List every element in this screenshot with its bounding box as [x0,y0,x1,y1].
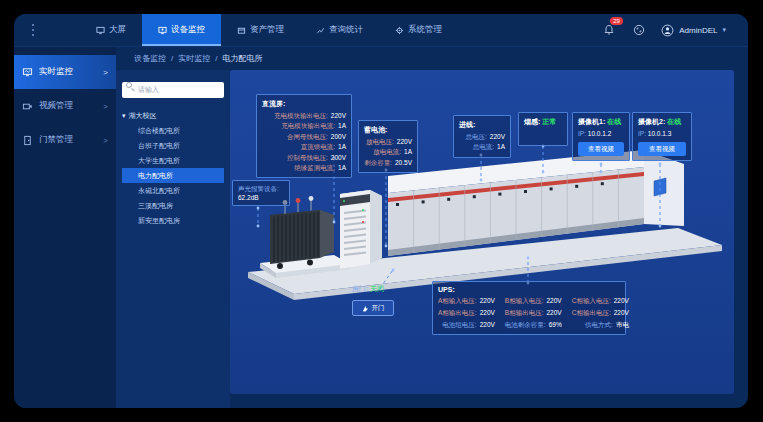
door-label: 房门: [352,285,368,292]
nav-item-bigscreen[interactable]: 大屏 [80,14,142,46]
ip-label: IP: [638,129,646,139]
metric-value: 20.5V [395,158,412,168]
user-name: AdminDEL [679,26,717,35]
panel-title: 烟感: [524,118,540,125]
asset-box-icon [237,26,246,35]
ip-value: 10.0.1.3 [648,129,672,139]
tree-item[interactable]: 大学生配电所 [122,153,224,168]
camera1-panel: 摄像机1: 在线 IP: 10.0.1.2 查看视频 [572,112,630,161]
breadcrumb-item[interactable]: 电力配电所 [222,53,262,64]
metric-value: 220V [480,307,495,318]
metric-value: 220V [397,137,412,147]
sidebar-item-realtime-monitoring[interactable]: 实时监控 > [14,55,116,89]
metric-value: 220V [490,132,505,142]
nav-label: 大屏 [109,24,126,36]
metric-label: C相输入电压: [572,295,611,306]
chevron-right-icon: > [103,102,108,111]
panel-title: 摄像机1: [578,118,605,125]
tree-item[interactable]: 新安里配电房 [122,213,224,228]
nav-item-device-monitoring[interactable]: 设备监控 [142,14,221,46]
open-door-button[interactable]: 开门 [352,300,394,316]
battery-panel: 蓄电池: 放电电压:220V 放电电流:1A 剩余容量:20.5V [358,120,418,173]
view-video-button[interactable]: 查看视频 [578,142,624,156]
metric-label: B相输出电压: [505,307,544,318]
facility-tree-panel: ▾ 湖大校区 综合楼配电所 台班子配电所 大学生配电所 电力配电所 永磁北配电所… [116,70,230,408]
metric-label: 绝缘监测电流: [262,163,335,173]
metric-value: 市电 [616,319,629,330]
breadcrumb-item[interactable]: 设备监控 [134,53,166,64]
metric-value: 220V [614,295,629,306]
panel-title: UPS: [438,286,620,293]
camera2-panel: 摄像机2: 在线 IP: 10.0.1.3 查看视频 [632,112,692,161]
metric-label: C相输出电压: [572,307,611,318]
metric-value: 1A [404,147,412,157]
sidebar: 实时监控 > 视频管理 > 门禁管理 > [14,47,116,408]
nav-item-asset-management[interactable]: 资产管理 [221,14,300,46]
sound-light-alarm-panel: 声光报警设备: 62.2dB [232,180,290,206]
tree-root-label: 湖大校区 [129,108,157,123]
metric-value: 220V [547,307,562,318]
chevron-right-icon: > [103,136,108,145]
metric-value: 200V [331,153,346,163]
metric-label: B相输入电压: [505,295,544,306]
chevron-down-icon: ▾ [722,26,726,34]
metric-label: A相输出电压: [438,307,477,318]
view-video-button[interactable]: 查看视频 [638,142,686,156]
tree-item[interactable]: 永磁北配电所 [122,183,224,198]
notifications-bell-icon[interactable]: 29 [601,22,617,38]
collapse-menu-icon[interactable] [14,14,52,46]
metric-value: 1A [338,121,346,131]
ip-value: 10.0.1.2 [588,129,612,139]
tree-item[interactable]: 综合楼配电所 [122,123,224,138]
tree-item[interactable]: 三溪配电房 [122,198,224,213]
chevron-right-icon: > [103,68,108,77]
sidebar-item-label: 视频管理 [39,100,73,112]
status-badge: 在线 [667,118,681,125]
sidebar-item-video-management[interactable]: 视频管理 > [14,89,116,123]
sidebar-item-label: 门禁管理 [39,134,73,146]
metric-label: 合闸母线电压: [262,132,328,142]
metric-label: 电池剩余容量: [505,319,546,330]
breadcrumb-item[interactable]: 实时监控 [178,53,210,64]
ups-panel: UPS: A相输入电压:220V B相输入电压:220V C相输入电压:220V… [432,281,626,335]
monitor-icon [158,26,167,35]
tree-collapse-icon: ▾ [122,108,126,123]
incoming-line-panel: 进线: 总电压:220V 总电流:1A [453,115,511,158]
main-nav: 大屏 设备监控 资产管理 查询统计 系统管理 [80,14,458,46]
panel-title: 进线: [459,120,505,130]
metric-label: 放电电流: [364,147,401,157]
top-navbar: 大屏 设备监控 资产管理 查询统计 系统管理 29 [14,14,748,47]
status-badge: 在线 [607,118,621,125]
status-badge: 正常 [542,118,556,125]
gear-icon [395,26,404,35]
sidebar-item-label: 实时监控 [39,66,73,78]
notification-badge: 29 [610,17,623,25]
metric-label: 电池组电压: [438,319,477,330]
ip-label: IP: [578,129,586,139]
tree-item-selected[interactable]: 电力配电所 [122,168,224,183]
door-control: 房门: 关闭 开门 [352,284,394,316]
nav-item-query-statistics[interactable]: 查询统计 [300,14,379,46]
sidebar-item-access-control[interactable]: 门禁管理 > [14,123,116,157]
nav-label: 系统管理 [408,24,442,36]
metric-label: 充电模块输出电流: [262,121,335,131]
open-door-icon [362,305,369,312]
nav-label: 设备监控 [171,24,205,36]
app-window: 大屏 设备监控 资产管理 查询统计 系统管理 29 [14,14,748,408]
tree-root-node[interactable]: ▾ 湖大校区 [122,108,224,123]
tree-item[interactable]: 台班子配电所 [122,138,224,153]
nav-item-system-management[interactable]: 系统管理 [379,14,458,46]
panel-title: 蓄电池: [364,125,412,135]
metric-label: 充电模块输出电压: [262,111,328,121]
user-menu[interactable]: AdminDEL ▾ [661,24,726,37]
search-input[interactable] [122,82,224,98]
search-icon [126,82,132,88]
facility-tree: ▾ 湖大校区 综合楼配电所 台班子配电所 大学生配电所 电力配电所 永磁北配电所… [122,108,224,228]
metric-value: 220V [480,295,495,306]
fullscreen-icon[interactable] [631,22,647,38]
avatar-icon [661,24,674,37]
metric-label: 直流馈电流: [262,142,335,152]
alarm-value: 62.2dB [238,194,284,201]
breadcrumb-separator: / [215,54,217,63]
metric-value: 1A [497,142,505,152]
